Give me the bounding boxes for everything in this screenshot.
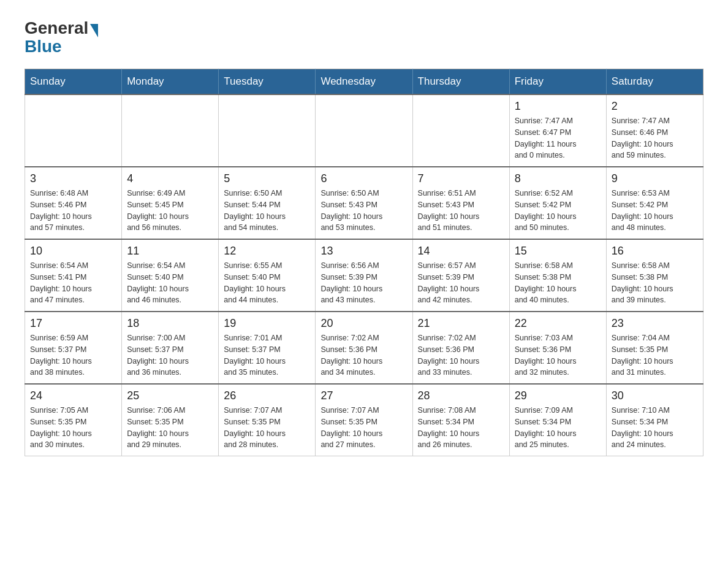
calendar-cell: 23Sunrise: 7:04 AM Sunset: 5:35 PM Dayli… [606,312,703,384]
calendar-week-row: 24Sunrise: 7:05 AM Sunset: 5:35 PM Dayli… [25,384,703,456]
day-number: 12 [224,245,310,258]
logo: General Blue [25,18,98,56]
calendar-cell: 18Sunrise: 7:00 AM Sunset: 5:37 PM Dayli… [122,312,219,384]
calendar-header-row: SundayMondayTuesdayWednesdayThursdayFrid… [25,69,703,95]
day-number: 19 [224,317,310,330]
calendar-cell: 16Sunrise: 6:58 AM Sunset: 5:38 PM Dayli… [606,239,703,312]
weekday-header-saturday: Saturday [606,69,703,95]
day-info: Sunrise: 6:54 AM Sunset: 5:41 PM Dayligh… [30,260,116,306]
calendar-cell: 28Sunrise: 7:08 AM Sunset: 5:34 PM Dayli… [412,384,509,456]
calendar-cell [316,94,412,167]
day-number: 30 [612,389,698,402]
calendar-cell: 26Sunrise: 7:07 AM Sunset: 5:35 PM Dayli… [219,384,316,456]
day-info: Sunrise: 6:51 AM Sunset: 5:43 PM Dayligh… [418,188,504,234]
day-number: 25 [127,389,213,402]
day-info: Sunrise: 6:49 AM Sunset: 5:45 PM Dayligh… [127,188,213,234]
calendar-cell: 15Sunrise: 6:58 AM Sunset: 5:38 PM Dayli… [509,239,606,312]
day-info: Sunrise: 7:08 AM Sunset: 5:34 PM Dayligh… [418,405,504,451]
weekday-header-friday: Friday [509,69,606,95]
calendar-cell: 2Sunrise: 7:47 AM Sunset: 6:46 PM Daylig… [606,94,703,167]
calendar-cell: 13Sunrise: 6:56 AM Sunset: 5:39 PM Dayli… [316,239,412,312]
day-info: Sunrise: 6:52 AM Sunset: 5:42 PM Dayligh… [515,188,601,234]
day-number: 24 [30,389,116,402]
calendar-cell: 17Sunrise: 6:59 AM Sunset: 5:37 PM Dayli… [25,312,122,384]
day-info: Sunrise: 7:47 AM Sunset: 6:47 PM Dayligh… [515,115,601,161]
day-number: 29 [515,389,601,402]
calendar-cell: 6Sunrise: 6:50 AM Sunset: 5:43 PM Daylig… [316,167,412,239]
calendar-week-row: 17Sunrise: 6:59 AM Sunset: 5:37 PM Dayli… [25,312,703,384]
weekday-header-thursday: Thursday [412,69,509,95]
weekday-header-monday: Monday [122,69,219,95]
day-info: Sunrise: 6:57 AM Sunset: 5:39 PM Dayligh… [418,260,504,306]
day-info: Sunrise: 7:03 AM Sunset: 5:36 PM Dayligh… [515,332,601,378]
calendar-cell: 7Sunrise: 6:51 AM Sunset: 5:43 PM Daylig… [412,167,509,239]
day-info: Sunrise: 6:59 AM Sunset: 5:37 PM Dayligh… [30,332,116,378]
day-info: Sunrise: 6:50 AM Sunset: 5:44 PM Dayligh… [224,188,310,234]
day-info: Sunrise: 7:07 AM Sunset: 5:35 PM Dayligh… [224,405,310,451]
day-number: 6 [320,172,407,185]
calendar-week-row: 10Sunrise: 6:54 AM Sunset: 5:41 PM Dayli… [25,239,703,312]
calendar-cell: 30Sunrise: 7:10 AM Sunset: 5:34 PM Dayli… [606,384,703,456]
calendar-cell: 19Sunrise: 7:01 AM Sunset: 5:37 PM Dayli… [219,312,316,384]
calendar-cell: 12Sunrise: 6:55 AM Sunset: 5:40 PM Dayli… [219,239,316,312]
logo-row: General [25,18,98,38]
day-number: 28 [418,389,504,402]
calendar-cell: 21Sunrise: 7:02 AM Sunset: 5:36 PM Dayli… [412,312,509,384]
day-number: 13 [320,245,407,258]
day-number: 2 [612,100,698,113]
logo-triangle-icon [90,24,98,37]
day-info: Sunrise: 7:01 AM Sunset: 5:37 PM Dayligh… [224,332,310,378]
day-number: 10 [30,245,116,258]
day-number: 8 [515,172,601,185]
day-info: Sunrise: 7:10 AM Sunset: 5:34 PM Dayligh… [612,405,698,451]
calendar-cell: 25Sunrise: 7:06 AM Sunset: 5:35 PM Dayli… [122,384,219,456]
day-info: Sunrise: 7:07 AM Sunset: 5:35 PM Dayligh… [320,405,407,451]
calendar-cell [122,94,219,167]
day-info: Sunrise: 6:48 AM Sunset: 5:46 PM Dayligh… [30,188,116,234]
calendar-cell: 5Sunrise: 6:50 AM Sunset: 5:44 PM Daylig… [219,167,316,239]
calendar-cell: 11Sunrise: 6:54 AM Sunset: 5:40 PM Dayli… [122,239,219,312]
day-number: 26 [224,389,310,402]
day-number: 4 [127,172,213,185]
day-number: 14 [418,245,504,258]
day-info: Sunrise: 6:58 AM Sunset: 5:38 PM Dayligh… [515,260,601,306]
day-info: Sunrise: 7:02 AM Sunset: 5:36 PM Dayligh… [418,332,504,378]
day-info: Sunrise: 7:05 AM Sunset: 5:35 PM Dayligh… [30,405,116,451]
calendar-week-row: 1Sunrise: 7:47 AM Sunset: 6:47 PM Daylig… [25,94,703,167]
day-number: 9 [612,172,698,185]
day-info: Sunrise: 7:00 AM Sunset: 5:37 PM Dayligh… [127,332,213,378]
weekday-header-tuesday: Tuesday [219,69,316,95]
calendar-week-row: 3Sunrise: 6:48 AM Sunset: 5:46 PM Daylig… [25,167,703,239]
day-number: 11 [127,245,213,258]
day-info: Sunrise: 6:50 AM Sunset: 5:43 PM Dayligh… [320,188,407,234]
calendar-cell [412,94,509,167]
calendar-cell: 29Sunrise: 7:09 AM Sunset: 5:34 PM Dayli… [509,384,606,456]
day-number: 20 [320,317,407,330]
calendar-cell: 22Sunrise: 7:03 AM Sunset: 5:36 PM Dayli… [509,312,606,384]
day-number: 21 [418,317,504,330]
day-number: 5 [224,172,310,185]
day-info: Sunrise: 6:56 AM Sunset: 5:39 PM Dayligh… [320,260,407,306]
calendar-cell: 3Sunrise: 6:48 AM Sunset: 5:46 PM Daylig… [25,167,122,239]
calendar-cell: 24Sunrise: 7:05 AM Sunset: 5:35 PM Dayli… [25,384,122,456]
calendar-cell: 4Sunrise: 6:49 AM Sunset: 5:45 PM Daylig… [122,167,219,239]
day-info: Sunrise: 6:53 AM Sunset: 5:42 PM Dayligh… [612,188,698,234]
page-header: General Blue [25,18,703,56]
day-info: Sunrise: 6:58 AM Sunset: 5:38 PM Dayligh… [612,260,698,306]
day-number: 22 [515,317,601,330]
logo-blue-text: Blue [25,37,62,56]
calendar-cell: 27Sunrise: 7:07 AM Sunset: 5:35 PM Dayli… [316,384,412,456]
day-number: 1 [515,100,601,113]
calendar-cell: 14Sunrise: 6:57 AM Sunset: 5:39 PM Dayli… [412,239,509,312]
day-number: 23 [612,317,698,330]
calendar-cell [219,94,316,167]
day-number: 7 [418,172,504,185]
day-info: Sunrise: 7:02 AM Sunset: 5:36 PM Dayligh… [320,332,407,378]
day-info: Sunrise: 7:47 AM Sunset: 6:46 PM Dayligh… [612,115,698,161]
calendar-cell: 9Sunrise: 6:53 AM Sunset: 5:42 PM Daylig… [606,167,703,239]
calendar-cell: 10Sunrise: 6:54 AM Sunset: 5:41 PM Dayli… [25,239,122,312]
weekday-header-sunday: Sunday [25,69,122,95]
day-number: 17 [30,317,116,330]
day-info: Sunrise: 6:55 AM Sunset: 5:40 PM Dayligh… [224,260,310,306]
day-info: Sunrise: 7:04 AM Sunset: 5:35 PM Dayligh… [612,332,698,378]
